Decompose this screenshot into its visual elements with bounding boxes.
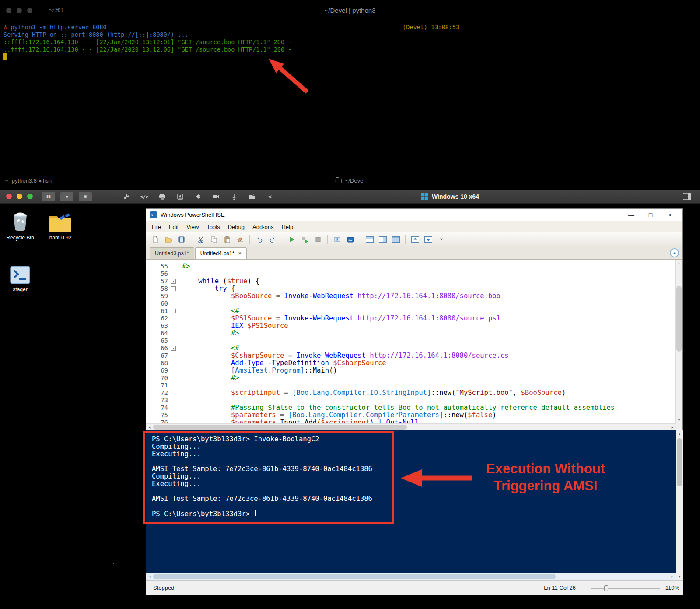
code-icon[interactable]: </>: [140, 192, 149, 201]
code-token: "MyScript.boo": [455, 389, 513, 397]
terminal-cwd: ~/Devel: [336, 177, 364, 184]
pause-vm-button[interactable]: ▮▮: [42, 192, 55, 201]
new-remote-tab-button[interactable]: [332, 234, 343, 245]
tab-close-icon[interactable]: ×: [238, 250, 242, 257]
paste-button[interactable]: [221, 234, 232, 245]
menu-edit[interactable]: Edit: [165, 222, 182, 232]
start-powershell-button[interactable]: [345, 234, 356, 245]
layout-top-button[interactable]: [364, 234, 375, 245]
menu-file[interactable]: File: [148, 222, 165, 232]
script-pane-up-button[interactable]: [410, 234, 420, 245]
scrollbar-thumb[interactable]: [676, 286, 682, 352]
code-line: IEX $PS1Source: [182, 322, 615, 330]
cut-button[interactable]: [195, 234, 206, 245]
menu-debug[interactable]: Debug: [224, 222, 248, 232]
script-editor[interactable]: 5556575859606162636465666768697071727374…: [146, 260, 676, 423]
collapse-left-icon[interactable]: <: [265, 192, 275, 201]
shared-folder-icon[interactable]: [247, 192, 257, 201]
terminal-titlebar[interactable]: ⌥⌘1 ~/Devel | python3: [0, 0, 700, 21]
collapse-tabs-icon[interactable]: ▲: [670, 248, 679, 257]
code-line: try {: [182, 285, 615, 292]
code-line: $parameters.Input.Add($scriptinput) | Ou…: [182, 419, 615, 423]
run-script-button[interactable]: [286, 234, 297, 245]
wrench-icon[interactable]: [122, 192, 131, 201]
toolbar-separator: [249, 235, 250, 244]
scroll-down-icon[interactable]: ▾: [676, 573, 683, 580]
save-button[interactable]: [176, 234, 187, 245]
undo-button[interactable]: [254, 234, 265, 245]
terminal-text: ::ffff:172.16.164.130 - - [22/Jan/2020 1…: [4, 46, 291, 53]
desktop-icon-nant[interactable]: nant-0.92: [41, 208, 80, 241]
editor-vertical-scrollbar[interactable]: ▴ ▾: [675, 260, 682, 423]
scrollbar-thumb[interactable]: [677, 438, 682, 486]
scrollbar-thumb[interactable]: [153, 425, 407, 430]
menu-tools[interactable]: Tools: [203, 222, 224, 232]
terminal-cursor: [4, 53, 7, 60]
badge-icon[interactable]: [175, 192, 185, 201]
camera-icon[interactable]: [211, 192, 221, 201]
scroll-right-icon[interactable]: ▸: [669, 424, 676, 431]
scroll-down-icon[interactable]: ▾: [676, 416, 682, 423]
code-line: #>: [182, 330, 615, 337]
maximize-button[interactable]: □: [641, 209, 660, 221]
menu-addons[interactable]: Add-ons: [248, 222, 277, 232]
menu-view[interactable]: View: [182, 222, 203, 232]
zoom-slider-thumb[interactable]: [604, 585, 608, 591]
scroll-left-icon[interactable]: ◂: [146, 573, 153, 580]
printer-icon[interactable]: [158, 192, 167, 201]
stop-vm-button[interactable]: ■: [60, 192, 74, 201]
usb-icon[interactable]: [229, 192, 239, 201]
zoom-slider[interactable]: [591, 588, 660, 589]
zoom-icon[interactable]: [27, 194, 33, 199]
status-state: Stopped: [153, 584, 174, 591]
desktop-icon-recycle-bin[interactable]: Recycle Bin: [1, 208, 39, 241]
scroll-up-icon[interactable]: ▴: [676, 430, 683, 437]
console-vertical-scrollbar[interactable]: ▴ ▾: [676, 430, 683, 580]
console-horizontal-scrollbar[interactable]: ◂ ▸: [146, 573, 676, 580]
clear-console-button[interactable]: [234, 234, 245, 245]
scrollbar-thumb[interactable]: [153, 574, 556, 579]
fold-cell: -: [170, 307, 178, 315]
layout-right-button[interactable]: [377, 234, 388, 245]
redo-button[interactable]: [267, 234, 278, 245]
run-selection-button[interactable]: [299, 234, 310, 245]
editor-horizontal-scrollbar[interactable]: ◂ ▸: [146, 423, 676, 430]
fullscreen-layout-icon[interactable]: [682, 193, 691, 202]
speaker-icon[interactable]: [193, 192, 203, 201]
code-token: [182, 344, 231, 352]
new-script-button[interactable]: [150, 234, 161, 245]
windows-logo-icon: [421, 193, 428, 200]
scroll-left-icon[interactable]: ◂: [146, 424, 153, 431]
minimize-button[interactable]: —: [622, 209, 641, 221]
fold-cell: -: [170, 278, 178, 285]
fold-toggle-icon[interactable]: -: [171, 286, 176, 291]
close-icon[interactable]: [6, 194, 12, 199]
fold-toggle-icon[interactable]: -: [171, 309, 176, 313]
layout-max-button[interactable]: [390, 234, 401, 245]
scroll-right-icon[interactable]: ▸: [669, 573, 676, 580]
tab-untitled4ps1[interactable]: Untitled4.ps1*×: [195, 247, 247, 259]
terminal-output[interactable]: λ python3 -m http.server 8080Serving HTT…: [0, 21, 700, 53]
toolbar-overflow-button[interactable]: [436, 234, 447, 245]
code-token: <#: [231, 344, 239, 352]
minimize-icon[interactable]: [17, 194, 22, 199]
tab-untitled3ps1[interactable]: Untitled3.ps1*: [150, 247, 194, 259]
code-token: =: [276, 411, 288, 419]
desktop-icon-stager[interactable]: stager: [1, 260, 39, 292]
fold-cell: [170, 292, 178, 300]
stop-operation-button[interactable]: [312, 234, 323, 245]
close-button[interactable]: ×: [660, 209, 679, 221]
ise-window-title: Windows PowerShell ISE: [161, 211, 225, 218]
code-token: $parameters: [231, 411, 276, 419]
fold-toggle-icon[interactable]: -: [171, 279, 176, 284]
script-pane-down-button[interactable]: [423, 234, 434, 245]
fold-toggle-icon[interactable]: -: [171, 346, 176, 351]
menu-help[interactable]: Help: [277, 222, 297, 232]
vm-titlebar[interactable]: ▮▮■▣ </>< Windows 10 x64: [0, 190, 700, 204]
snapshot-vm-button[interactable]: ▣: [79, 192, 92, 201]
open-script-button[interactable]: [163, 234, 174, 245]
code-token: #Passing $false to the constructor tells…: [231, 404, 615, 412]
ise-titlebar[interactable]: >_ Windows PowerShell ISE — □ ×: [146, 209, 682, 221]
copy-button[interactable]: [208, 234, 219, 245]
scroll-up-icon[interactable]: ▴: [676, 260, 682, 267]
